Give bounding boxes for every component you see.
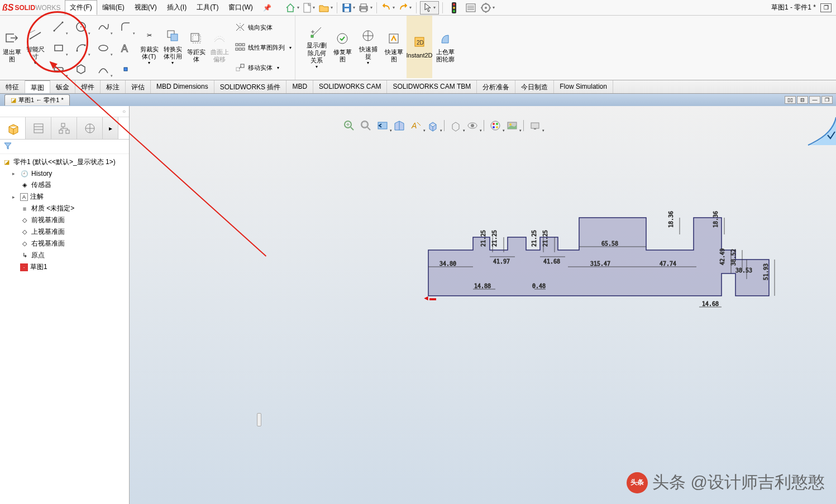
tree-root[interactable]: ◪ 零件1 (默认<<默认>_显示状态 1>) bbox=[1, 156, 128, 168]
dynamic-annotation-button[interactable]: A▾ bbox=[409, 118, 423, 133]
quick-snap-button[interactable]: 快速捕捉▾ bbox=[355, 16, 381, 78]
tree-top-plane[interactable]: ◇上视基准面 bbox=[1, 226, 128, 238]
save-button[interactable]: ▾ bbox=[341, 1, 356, 15]
previous-view-button[interactable]: ▾ bbox=[375, 118, 390, 133]
convert-entities-button[interactable]: 转换实体引用▾ bbox=[161, 16, 184, 78]
zoom-fit-button[interactable] bbox=[342, 118, 356, 133]
hide-show-button[interactable]: ▾ bbox=[465, 118, 480, 133]
ribbon-tab-weldments[interactable]: 焊件 bbox=[75, 80, 101, 93]
ribbon-tab-sheetmetal[interactable]: 钣金 bbox=[50, 80, 75, 93]
dimxpert-tab[interactable] bbox=[77, 117, 103, 139]
confirmation-corner[interactable] bbox=[808, 117, 836, 145]
linear-pattern-button[interactable]: 线性草图阵列▾ bbox=[232, 38, 294, 57]
list-icon[interactable] bbox=[463, 1, 479, 15]
offset-entities-button[interactable]: 等距实体 bbox=[184, 16, 208, 78]
spline-tool[interactable]: ▾ bbox=[93, 17, 114, 37]
select-button[interactable]: ▾ bbox=[420, 1, 439, 15]
ribbon-tab-mbd[interactable]: MBD bbox=[286, 80, 313, 93]
tree-sensors[interactable]: ◈传感器 bbox=[1, 179, 128, 191]
tree-origin[interactable]: ↳原点 bbox=[1, 249, 128, 261]
slot-tool[interactable]: ▾ bbox=[48, 59, 69, 79]
redo-button[interactable]: ▾ bbox=[397, 1, 413, 15]
tree-sketch1[interactable]: -草图1 bbox=[1, 261, 128, 273]
svg-rect-61 bbox=[34, 124, 43, 133]
move-entities-button[interactable]: 移动实体▾ bbox=[232, 58, 294, 77]
more-tabs[interactable]: ▸ bbox=[103, 117, 118, 139]
circle-tool[interactable]: ▾ bbox=[70, 17, 92, 37]
smart-dimension-button[interactable]: 智能尺寸 ▾ bbox=[23, 16, 47, 78]
section-view-button[interactable] bbox=[392, 118, 407, 133]
mirror-entities-button[interactable]: 镜向实体 bbox=[232, 18, 294, 37]
tree-history[interactable]: ▸🕘History bbox=[1, 168, 128, 179]
arc-tool[interactable]: ▾ bbox=[70, 38, 92, 58]
ribbon-tab-mbddim[interactable]: MBD Dimensions bbox=[151, 80, 214, 93]
svg-rect-41 bbox=[236, 44, 238, 46]
shaded-contour-button[interactable]: 上色草图轮廓 bbox=[432, 16, 458, 78]
ellipse-tool[interactable]: ▾ bbox=[93, 38, 114, 58]
ribbon-tab-sketch[interactable]: 草图 bbox=[25, 80, 50, 93]
config-manager-tab[interactable] bbox=[51, 117, 77, 139]
point-tool[interactable] bbox=[115, 59, 136, 79]
display-relations-button[interactable]: 显示/删除几何关系▾ bbox=[304, 16, 329, 78]
restore-button[interactable]: ❐ bbox=[821, 96, 833, 104]
tile-v-button[interactable]: ⊟ bbox=[797, 96, 808, 104]
ribbon-tab-cam[interactable]: SOLIDWORKS CAM bbox=[313, 80, 387, 93]
line-tool[interactable]: ▾ bbox=[48, 17, 69, 37]
conic-tool[interactable]: ▾ bbox=[93, 59, 114, 79]
text-tool[interactable]: A bbox=[115, 38, 136, 58]
repair-sketch-button[interactable]: 修复草图 bbox=[329, 16, 355, 78]
fillet-tool[interactable]: ▾ bbox=[115, 17, 136, 37]
rapid-sketch-button[interactable]: 快速草图 bbox=[381, 16, 407, 78]
menu-tools[interactable]: 工具(T) bbox=[192, 0, 223, 15]
home-button[interactable]: ▾ bbox=[284, 1, 300, 15]
tile-h-button[interactable]: ▯▯ bbox=[785, 96, 796, 104]
feature-tree-tab[interactable] bbox=[0, 117, 26, 139]
pin-icon[interactable]: ○ bbox=[122, 108, 126, 114]
menu-window[interactable]: 窗口(W) bbox=[223, 0, 257, 15]
rectangle-tool[interactable]: ▾ bbox=[48, 38, 69, 58]
maximize-button[interactable]: ❐ bbox=[820, 3, 832, 12]
ribbon-tab-evaluate[interactable]: 评估 bbox=[126, 80, 151, 93]
ribbon-tab-addins[interactable]: SOLIDWORKS 插件 bbox=[214, 80, 287, 93]
svg-rect-93 bbox=[531, 123, 539, 128]
menu-file[interactable]: 文件(F) bbox=[65, 0, 97, 15]
traffic-light-icon[interactable] bbox=[446, 1, 462, 15]
polygon-tool[interactable] bbox=[70, 59, 92, 79]
tree-annotations[interactable]: ▸A注解 bbox=[1, 191, 128, 203]
menu-view[interactable]: 视图(V) bbox=[130, 0, 162, 15]
trim-button[interactable]: ✂剪裁实体(T)▾ bbox=[137, 16, 161, 78]
menu-insert[interactable]: 插入(I) bbox=[162, 0, 192, 15]
apply-scene-button[interactable]: ▾ bbox=[505, 118, 519, 133]
svg-text:51.93: 51.93 bbox=[763, 263, 769, 280]
instant2d-button[interactable]: 2DInstant2D bbox=[407, 16, 432, 78]
view-settings-button[interactable]: ▾ bbox=[528, 118, 542, 133]
display-style-button[interactable]: ▾ bbox=[448, 118, 463, 133]
property-manager-tab[interactable] bbox=[26, 117, 51, 139]
options-button[interactable]: ▾ bbox=[480, 1, 495, 15]
ribbon-tab-flowsim[interactable]: Flow Simulation bbox=[554, 80, 613, 93]
print-button[interactable]: ▾ bbox=[357, 1, 373, 15]
filter-icon[interactable] bbox=[3, 141, 12, 152]
ribbon-tab-camtbm[interactable]: SOLIDWORKS CAM TBM bbox=[387, 80, 477, 93]
undo-button[interactable]: ▾ bbox=[380, 1, 396, 15]
tree-front-plane[interactable]: ◇前视基准面 bbox=[1, 214, 128, 226]
ribbon-tab-features[interactable]: 特征 bbox=[0, 80, 25, 93]
view-orientation-button[interactable]: ▾ bbox=[426, 118, 440, 133]
menu-edit[interactable]: 编辑(E) bbox=[97, 0, 130, 15]
new-button[interactable]: ▾ bbox=[301, 1, 317, 15]
minimize-button[interactable]: — bbox=[809, 96, 820, 104]
exit-sketch-button[interactable]: 退出草图 bbox=[0, 16, 23, 78]
zoom-area-button[interactable] bbox=[359, 118, 373, 133]
menu-pin[interactable]: 📌 bbox=[258, 1, 276, 15]
ribbon-tab-markup[interactable]: 标注 bbox=[101, 80, 126, 93]
tree-material[interactable]: ≡材质 <未指定> bbox=[1, 203, 128, 214]
open-button[interactable]: ▾ bbox=[318, 1, 333, 15]
svg-point-54 bbox=[337, 33, 347, 44]
ribbon-tab-analysis[interactable]: 分析准备 bbox=[477, 80, 515, 93]
ribbon-tab-today[interactable]: 今日制造 bbox=[515, 80, 554, 93]
tree-right-plane[interactable]: ◇右视基准面 bbox=[1, 238, 128, 249]
document-tab[interactable]: ◪ 草图1 ← 零件1 * bbox=[4, 94, 70, 105]
panel-splitter[interactable] bbox=[257, 413, 261, 426]
graphics-area[interactable]: ▾ A▾ ▾ ▾ ▾ ▾ ▾ ▾ ◄▬ bbox=[130, 106, 836, 504]
edit-appearance-button[interactable]: ▾ bbox=[488, 118, 503, 133]
